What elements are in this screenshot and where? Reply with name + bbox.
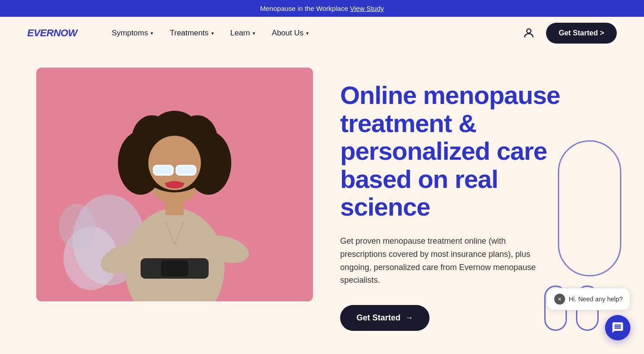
svg-rect-7 — [150, 213, 200, 295]
nav-learn[interactable]: Learn ▾ — [223, 25, 263, 41]
nav-about-us[interactable]: About Us ▾ — [264, 25, 316, 41]
user-icon — [522, 27, 535, 39]
chat-bubble: × Hi. Need any help? — [546, 288, 630, 310]
chevron-down-icon: ▾ — [306, 30, 309, 36]
logo[interactable]: EVERNOW — [27, 27, 77, 39]
get-started-nav-button[interactable]: Get Started > — [546, 23, 617, 44]
svg-rect-25 — [177, 166, 195, 174]
nav-about-us-label: About Us — [272, 29, 303, 38]
hero-illustration — [36, 68, 313, 301]
hero-image — [36, 68, 313, 301]
announcement-link[interactable]: View Study — [350, 5, 384, 12]
navbar: EVERNOW Symptoms ▾ Treatments ▾ Learn ▾ … — [0, 17, 644, 49]
chat-bubble-text: Hi. Need any help? — [569, 295, 623, 303]
chevron-down-icon: ▾ — [211, 30, 214, 36]
announcement-text: Menopause in the Workplace — [260, 5, 348, 12]
arrow-icon: → — [405, 313, 413, 323]
nav-treatments[interactable]: Treatments ▾ — [162, 25, 221, 41]
account-button[interactable] — [519, 23, 539, 43]
chevron-down-icon: ▾ — [253, 30, 255, 36]
nav-symptoms[interactable]: Symptoms ▾ — [104, 25, 161, 41]
svg-point-0 — [527, 29, 531, 33]
chat-close-button[interactable]: × — [554, 294, 565, 305]
chat-widget: × Hi. Need any help? — [546, 288, 630, 340]
nav-treatments-label: Treatments — [170, 29, 208, 38]
close-icon: × — [558, 295, 561, 303]
announcement-bar: Menopause in the Workplace View Study — [0, 0, 644, 17]
hero-title: Online menopause treatment & personalize… — [340, 81, 594, 221]
nav-links: Symptoms ▾ Treatments ▾ Learn ▾ About Us… — [104, 25, 519, 41]
chevron-down-icon: ▾ — [151, 30, 153, 36]
svg-rect-11 — [161, 261, 188, 276]
hero-image-placeholder — [36, 68, 313, 301]
hero-subtitle: Get proven menopause treatment online (w… — [340, 235, 549, 287]
svg-point-5 — [59, 204, 95, 249]
get-started-hero-button[interactable]: Get Started → — [340, 305, 429, 331]
blue-decoration-rect — [558, 140, 621, 276]
svg-point-26 — [166, 181, 184, 188]
svg-rect-24 — [154, 166, 172, 174]
get-started-hero-label: Get Started — [356, 313, 400, 323]
chat-open-button[interactable] — [605, 315, 630, 340]
chat-icon — [611, 321, 624, 334]
nav-symptoms-label: Symptoms — [112, 29, 148, 38]
nav-learn-label: Learn — [230, 29, 250, 38]
nav-actions: Get Started > — [519, 23, 617, 44]
